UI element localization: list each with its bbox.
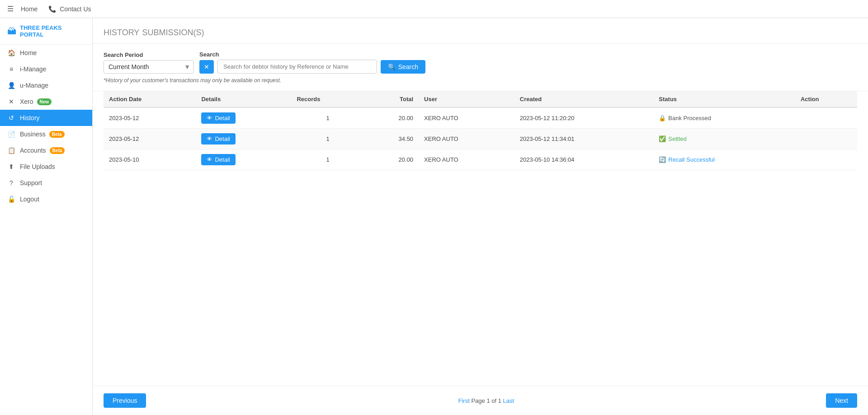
cell-records: 1 (291, 107, 364, 129)
header-row: Action Date Details Records Total User C… (104, 91, 857, 107)
sidebar-label-imanage: i-Manage (20, 65, 46, 73)
cell-records: 1 (291, 129, 364, 149)
status-badge: 🔄 Recall Successful (659, 156, 790, 163)
history-icon: ↺ (7, 114, 15, 121)
search-input[interactable] (217, 60, 377, 74)
cell-action (795, 149, 857, 170)
cell-action (795, 129, 857, 149)
sidebar-item-history[interactable]: ↺ History (0, 110, 92, 126)
sidebar-item-business[interactable]: 📄 Business Beta (0, 126, 92, 142)
period-select[interactable]: Current Month Last Month Last 3 Months A… (104, 60, 194, 74)
sidebar-item-xero[interactable]: ✕ Xero New (0, 93, 92, 110)
lock-icon: 🔒 (659, 115, 666, 121)
pagination: Previous First Page 1 of 1 Last Next (93, 386, 868, 415)
col-action-date: Action Date (104, 91, 196, 107)
cell-user: XERO AUTO (419, 107, 514, 129)
previous-button[interactable]: Previous (104, 393, 146, 408)
clear-button[interactable]: ✕ (199, 60, 214, 74)
business-icon: 📄 (7, 131, 15, 138)
sidebar-label-support: Support (20, 179, 42, 187)
cell-status: ✅ Settled (653, 129, 795, 149)
sidebar-item-logout[interactable]: 🔓 Logout (0, 191, 92, 207)
cell-created: 2023-05-10 14:36:04 (514, 149, 654, 170)
page-title: HISTORY SUBMISSION(S) (104, 26, 857, 38)
status-badge: ✅ Settled (659, 135, 790, 142)
period-select-wrapper: Current Month Last Month Last 3 Months A… (104, 60, 194, 74)
sidebar-label-fileuploads: File Uploads (20, 163, 55, 170)
xero-badge: New (37, 98, 52, 105)
col-records: Records (291, 91, 364, 107)
search-label: Search (199, 51, 425, 58)
cell-total: 20.00 (364, 149, 419, 170)
cell-action-date: 2023-05-12 (104, 129, 196, 149)
xero-icon: ✕ (7, 98, 15, 105)
cell-status: 🔒 Bank Processed (653, 107, 795, 129)
sidebar-item-accounts[interactable]: 📋 Accounts Beta (0, 142, 92, 159)
search-period-group: Search Period Current Month Last Month L… (104, 51, 194, 74)
detail-button[interactable]: 👁 Detail (201, 112, 235, 124)
table-row: 2023-05-12 👁 Detail 1 34.50 XERO AUTO 20… (104, 129, 857, 149)
cell-detail: 👁 Detail (196, 149, 291, 170)
sidebar-label-xero: Xero (20, 98, 33, 105)
logo-text: THREE PEAKS PORTAL (20, 24, 85, 38)
sidebar-nav: 🏠 Home ≡ i-Manage 👤 u-Manage ✕ Xero New … (0, 45, 92, 415)
search-row: Search Period Current Month Last Month L… (104, 51, 857, 74)
cell-records: 1 (291, 149, 364, 170)
sidebar-label-accounts: Accounts (20, 147, 46, 154)
cell-action-date: 2023-05-10 (104, 149, 196, 170)
first-link[interactable]: First (458, 397, 470, 404)
cell-total: 20.00 (364, 107, 419, 129)
sidebar-logo: 🏔 THREE PEAKS PORTAL (0, 18, 92, 45)
sidebar: 🏔 THREE PEAKS PORTAL 🏠 Home ≡ i-Manage 👤… (0, 18, 93, 415)
recall-icon: 🔄 (659, 156, 666, 163)
search-input-group: Search ✕ 🔍 Search (199, 51, 425, 74)
cell-created: 2023-05-12 11:20:20 (514, 107, 654, 129)
search-input-row: ✕ 🔍 Search (199, 60, 425, 74)
sidebar-item-umanage[interactable]: 👤 u-Manage (0, 77, 92, 93)
history-table: Action Date Details Records Total User C… (104, 91, 857, 170)
table-section: Action Date Details Records Total User C… (93, 91, 868, 382)
page-header: HISTORY SUBMISSION(S) (93, 18, 868, 44)
search-icon: 🔍 (388, 63, 396, 70)
next-button[interactable]: Next (826, 393, 857, 408)
hamburger-icon[interactable]: ☰ (7, 5, 14, 13)
sidebar-item-support[interactable]: ? Support (0, 175, 92, 191)
nav-home-link[interactable]: Home (21, 5, 38, 13)
support-icon: ? (7, 179, 15, 187)
cell-user: XERO AUTO (419, 129, 514, 149)
eye-icon: 👁 (207, 115, 212, 121)
cell-action-date: 2023-05-12 (104, 107, 196, 129)
cell-status: 🔄 Recall Successful (653, 149, 795, 170)
cell-detail: 👁 Detail (196, 129, 291, 149)
cell-total: 34.50 (364, 129, 419, 149)
col-user: User (419, 91, 514, 107)
logo-icon: 🏔 (7, 26, 16, 37)
sidebar-label-history: History (20, 114, 40, 121)
main-content: HISTORY SUBMISSION(S) Search Period Curr… (93, 18, 868, 415)
col-action: Action (795, 91, 857, 107)
search-button[interactable]: 🔍 Search (381, 60, 425, 74)
cell-user: XERO AUTO (419, 149, 514, 170)
sidebar-label-umanage: u-Manage (20, 82, 48, 89)
fileuploads-icon: ⬆ (7, 163, 15, 170)
period-label: Search Period (104, 51, 194, 58)
table-row: 2023-05-10 👁 Detail 1 20.00 XERO AUTO 20… (104, 149, 857, 170)
nav-contact-link[interactable]: 📞 Contact Us (48, 5, 91, 13)
col-created: Created (514, 91, 654, 107)
table-body: 2023-05-12 👁 Detail 1 20.00 XERO AUTO 20… (104, 107, 857, 170)
last-link[interactable]: Last (503, 397, 514, 404)
detail-button[interactable]: 👁 Detail (201, 154, 235, 165)
eye-icon: 👁 (207, 135, 212, 142)
cell-action (795, 107, 857, 129)
search-section: Search Period Current Month Last Month L… (93, 44, 868, 91)
sidebar-item-home[interactable]: 🏠 Home (0, 45, 92, 61)
eye-icon: 👁 (207, 156, 212, 163)
col-status: Status (653, 91, 795, 107)
home-icon: 🏠 (7, 49, 15, 56)
cell-created: 2023-05-12 11:34:01 (514, 129, 654, 149)
status-badge: 🔒 Bank Processed (659, 115, 790, 121)
sidebar-item-fileuploads[interactable]: ⬆ File Uploads (0, 159, 92, 175)
detail-button[interactable]: 👁 Detail (201, 133, 235, 145)
top-nav: ☰ Home 📞 Contact Us (0, 0, 868, 18)
sidebar-item-imanage[interactable]: ≡ i-Manage (0, 61, 92, 77)
